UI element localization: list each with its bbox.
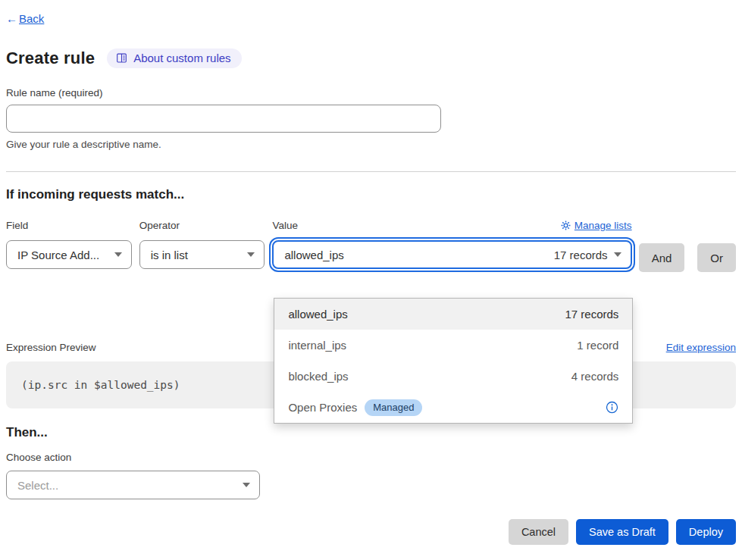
connector-buttons: And Or — [639, 220, 736, 272]
back-row: ←Back — [6, 12, 736, 25]
rule-name-label: Rule name (required) — [6, 87, 736, 99]
list-option-name: Open Proxies — [288, 401, 357, 414]
create-rule-page: ←Back Create rule About custom rules Rul… — [0, 0, 742, 560]
list-option-detail: 17 records — [565, 308, 619, 321]
match-section-title: If incoming requests match... — [6, 187, 736, 202]
chevron-down-icon — [114, 252, 122, 257]
list-option-detail: 1 record — [577, 339, 618, 352]
choose-action-label: Choose action — [6, 452, 736, 463]
footer-buttons: Cancel Save as Draft Deploy — [509, 519, 736, 545]
about-pill-label: About custom rules — [133, 52, 230, 64]
manage-lists-link[interactable]: Manage lists — [561, 220, 632, 231]
section-divider — [6, 171, 736, 172]
back-link[interactable]: ←Back — [6, 12, 44, 25]
back-link-label: Back — [19, 12, 44, 25]
book-icon — [116, 52, 127, 64]
title-row: Create rule About custom rules — [6, 48, 736, 68]
chevron-down-icon — [247, 252, 255, 257]
value-label-row: Value — [272, 220, 631, 231]
managed-badge: Managed — [365, 399, 422, 416]
list-option-blocked-ips[interactable]: blocked_ips 4 records — [274, 361, 632, 392]
or-button[interactable]: Or — [697, 243, 736, 272]
value-select-value: allowed_ips — [284, 249, 343, 261]
deploy-button[interactable]: Deploy — [676, 519, 736, 545]
and-button[interactable]: And — [639, 243, 685, 272]
list-option-detail: 4 records — [571, 370, 619, 383]
list-option-left: Open Proxies Managed — [288, 399, 422, 416]
manage-lists-label: Manage lists — [575, 220, 632, 231]
then-section-title: Then... — [6, 425, 736, 440]
chevron-down-icon — [243, 483, 250, 487]
back-arrow-icon: ← — [6, 12, 17, 25]
value-column: Value — [272, 220, 631, 269]
list-option-name: allowed_ips — [288, 308, 347, 321]
list-option-internal-ips[interactable]: internal_ips 1 record — [274, 330, 632, 361]
value-select-records: 17 records — [554, 249, 608, 261]
list-option-allowed-ips[interactable]: allowed_ips 17 records — [274, 299, 632, 330]
expression-preview-label: Expression Preview — [6, 342, 96, 353]
field-select[interactable]: IP Source Add... — [6, 240, 132, 269]
list-option-open-proxies[interactable]: Open Proxies Managed — [274, 392, 632, 423]
value-select-right: 17 records — [554, 249, 621, 261]
operator-select[interactable]: is in list — [139, 240, 265, 269]
field-column: Field IP Source Add... — [6, 220, 132, 269]
operator-column: Operator is in list — [139, 220, 265, 269]
value-label: Value — [272, 220, 298, 231]
about-custom-rules-link[interactable]: About custom rules — [107, 48, 241, 68]
gear-icon — [561, 221, 571, 230]
list-option-name: internal_ips — [288, 339, 346, 352]
rule-name-input[interactable] — [6, 105, 441, 133]
save-as-draft-button[interactable]: Save as Draft — [576, 519, 668, 545]
field-select-value: IP Source Add... — [17, 249, 99, 261]
operator-select-value: is in list — [151, 249, 188, 261]
operator-label: Operator — [139, 220, 265, 231]
match-row: Field IP Source Add... Operator is in li… — [6, 220, 736, 272]
cancel-button[interactable]: Cancel — [509, 519, 568, 545]
edit-expression-link[interactable]: Edit expression — [666, 342, 736, 353]
rule-name-helper-text: Give your rule a descriptive name. — [6, 139, 736, 150]
info-icon[interactable] — [606, 401, 618, 414]
expression-code: (ip.src in $allowed_ips) — [21, 379, 180, 391]
action-select-placeholder: Select... — [17, 479, 58, 492]
page-title: Create rule — [6, 48, 95, 68]
chevron-down-icon — [614, 252, 621, 257]
list-option-name: blocked_ips — [288, 370, 348, 383]
list-dropdown-menu: allowed_ips 17 records internal_ips 1 re… — [274, 298, 633, 424]
action-select[interactable]: Select... — [6, 471, 260, 499]
field-label: Field — [6, 220, 132, 231]
value-select[interactable]: allowed_ips 17 records — [272, 240, 631, 269]
